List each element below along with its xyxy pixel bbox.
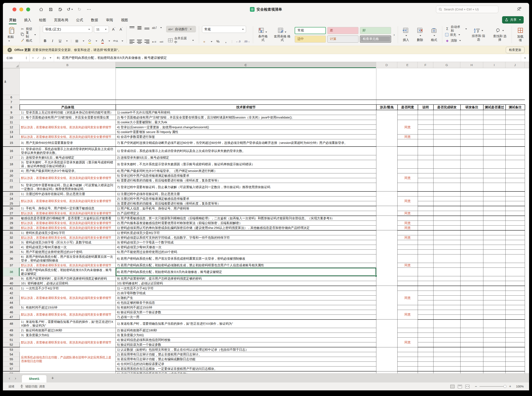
cell-G49[interactable] <box>434 328 461 333</box>
cell-J48[interactable] <box>506 320 525 328</box>
row-header-pre-1[interactable]: 6 <box>3 95 20 100</box>
cell-B33[interactable]: 3）密码必须至少由字母（区分大小写）及数字组成 <box>20 240 116 245</box>
cell-I16[interactable] <box>483 146 506 155</box>
cell-I34[interactable] <box>483 245 506 250</box>
row-header-pre-2[interactable]: 7 <box>3 100 20 105</box>
cell-I12[interactable] <box>483 125 506 130</box>
cell-F46[interactable] <box>418 310 434 314</box>
cell-I41[interactable] <box>483 286 506 291</box>
row-header-33[interactable]: 33 <box>3 240 20 245</box>
cell-G22[interactable] <box>434 183 461 192</box>
cell-G45[interactable] <box>434 305 461 310</box>
cell-B24[interactable]: 默认涉及，若需修改请联系安全组。若涉及则必须同意安全要求细节 <box>20 196 116 206</box>
cell-I24[interactable] <box>483 196 506 201</box>
cell-F57[interactable] <box>418 367 434 372</box>
zoom-slider[interactable] <box>480 386 506 387</box>
row-header-46[interactable]: 46 <box>3 310 20 314</box>
cell-F18[interactable] <box>418 160 434 168</box>
cell-I27[interactable] <box>483 211 506 216</box>
row-header-58[interactable]: 58 <box>3 371 20 373</box>
cell-E-pre2[interactable] <box>398 100 418 105</box>
zoom-window-button[interactable] <box>26 7 30 12</box>
cell-H11[interactable] <box>461 120 483 125</box>
save-icon[interactable] <box>48 7 53 12</box>
cell-J46[interactable] <box>506 310 525 314</box>
cell-J10[interactable] <box>506 115 525 120</box>
cell-F52[interactable] <box>418 342 434 347</box>
menu-tab-5[interactable]: 数据 <box>91 17 98 23</box>
cell-I17[interactable] <box>483 155 506 160</box>
name-box-stepper[interactable]: ▲▼ <box>26 56 27 60</box>
cell-G10[interactable] <box>434 115 461 120</box>
cell-J16[interactable] <box>506 146 525 155</box>
cell-J55[interactable] <box>506 357 525 362</box>
row-header-44[interactable]: 44 <box>3 300 20 305</box>
cell-G41[interactable] <box>434 286 461 291</box>
cell-B49[interactable]: 2）验证码有效期不超过180秒 <box>20 328 116 333</box>
cell-G33[interactable] <box>434 240 461 245</box>
cell-G35[interactable] <box>434 250 461 254</box>
cell-I48[interactable] <box>483 320 506 328</box>
cell-G57[interactable] <box>434 367 461 372</box>
cell-I22[interactable] <box>483 183 506 192</box>
cell-G32[interactable] <box>434 235 461 240</box>
cell-G29[interactable] <box>434 221 461 225</box>
cell-F26[interactable] <box>418 206 434 211</box>
cell-C33[interactable]: 3) 密码必须至少一个字母及一个数字组成 <box>116 240 376 245</box>
more-commands-icon[interactable]: ⋯ <box>86 7 92 12</box>
cell-J30[interactable] <box>506 225 525 230</box>
cell-G18[interactable] <box>434 160 461 168</box>
cell-I37[interactable] <box>483 263 506 268</box>
cell-H31[interactable] <box>461 230 483 235</box>
cell-G28[interactable] <box>434 216 461 221</box>
fill-button[interactable]: ↓填充 <box>445 32 467 37</box>
cell-B40[interactable]: 10）密码修改时，必须认证旧密码 <box>20 281 116 286</box>
cell-H55[interactable] <box>461 357 483 362</box>
cell-E22[interactable] <box>398 183 418 192</box>
cell-F32[interactable] <box>418 235 434 240</box>
decrease-indent-icon[interactable]: ⇤≡ <box>152 40 156 43</box>
column-header-D[interactable]: D <box>376 62 397 68</box>
cell-C55[interactable]: 3) 若应用带有日志审计功能，禁止有编辑或删除日志功能 <box>116 357 376 362</box>
cell-I14[interactable] <box>483 134 506 139</box>
cell-E54[interactable] <box>398 352 418 357</box>
cell-G12[interactable] <box>434 125 461 130</box>
cell-E24[interactable]: 同意 <box>398 196 418 206</box>
cell-E-pre1[interactable] <box>398 95 418 100</box>
row-header-49[interactable]: 49 <box>3 328 20 333</box>
cell-J22[interactable] <box>506 183 525 192</box>
cell-G15[interactable] <box>434 139 461 146</box>
cell-G53[interactable] <box>434 347 461 352</box>
cell-G9[interactable] <box>434 110 461 115</box>
cell-F33[interactable] <box>418 240 434 245</box>
cell-I29[interactable] <box>483 221 506 225</box>
cell-E39[interactable] <box>398 276 418 281</box>
cell-C51[interactable]: 4) 验证码信息必须和其他信息同时校验 <box>116 338 376 342</box>
cell-F23[interactable] <box>418 192 434 196</box>
row-header-35[interactable]: 35 <box>3 250 20 254</box>
row-header-22[interactable]: 22 <box>3 183 20 192</box>
cell-E15[interactable] <box>398 139 418 146</box>
cell-F47[interactable] <box>418 314 434 320</box>
cell-F19[interactable] <box>418 168 434 173</box>
row-header-8[interactable]: 8 <box>3 105 20 110</box>
conditional-formatting-button[interactable]: 条件格式 <box>256 28 270 41</box>
cell-E49[interactable] <box>398 328 418 333</box>
cell-C47[interactable]: 7) 必须一次一用 <box>116 314 376 320</box>
cell-H54[interactable] <box>461 352 483 357</box>
row-header-57[interactable]: 57 <box>3 367 20 372</box>
cell-I18[interactable] <box>483 160 506 168</box>
search-input[interactable]: Search (Cmd + Ctrl + U) <box>436 6 498 13</box>
cell-J45[interactable] <box>506 305 525 310</box>
cell-D9[interactable] <box>376 110 398 146</box>
cell-B20[interactable]: 默认涉及，若需修改请联系安全组。若涉及则必须同意安全要求细节 <box>20 173 116 183</box>
cell-F45[interactable] <box>418 305 434 310</box>
cell-I56[interactable] <box>483 362 506 367</box>
cell-B48[interactable]: 1）发送给客户时，需要明确告知客户当前的操作，如"您正在进行XX操作，验证码为" <box>20 320 116 328</box>
cell-style-calc[interactable]: 计算 <box>327 35 359 43</box>
fill-color-icon[interactable]: ◇ <box>87 38 92 44</box>
bold-button[interactable]: B <box>43 39 47 43</box>
cell-F11[interactable] <box>418 120 434 125</box>
row-header-51[interactable]: 51 <box>3 338 20 342</box>
add-sheet-button[interactable]: + <box>51 375 54 381</box>
